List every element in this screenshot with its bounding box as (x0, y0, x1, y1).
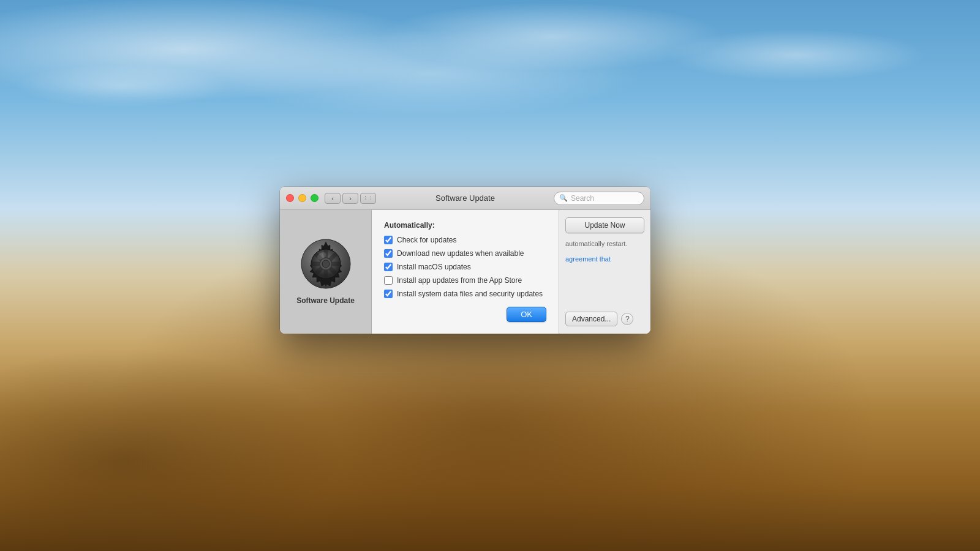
update-now-button[interactable]: Update Now (565, 217, 644, 233)
titlebar: ‹ › ⋮⋮ Software Update 🔍 Search (280, 187, 650, 210)
back-button[interactable]: ‹ (325, 193, 341, 204)
checkbox-row-install-macos: Install macOS updates (384, 263, 546, 271)
restart-text: automatically restart. (565, 239, 644, 249)
search-icon: 🔍 (559, 194, 568, 202)
ok-btn-row: OK (384, 307, 546, 322)
checkbox-row-install-appstore: Install app updates from the App Store (384, 276, 546, 285)
right-panel: Update Now automatically restart. agreem… (559, 210, 650, 334)
ok-button[interactable]: OK (507, 307, 546, 322)
checkbox-list: Check for updates Download new updates w… (384, 236, 546, 298)
sidebar: Software Update (280, 210, 372, 334)
agreement-text: agreement that (565, 255, 644, 264)
install-macos-checkbox[interactable] (384, 263, 393, 271)
search-box[interactable]: 🔍 Search (554, 192, 644, 205)
svg-point-7 (322, 260, 330, 268)
download-updates-label: Download new updates when available (397, 249, 524, 258)
app-icon (301, 239, 351, 289)
checkbox-row-download-updates: Download new updates when available (384, 249, 546, 258)
close-button[interactable] (286, 194, 294, 202)
check-updates-checkbox[interactable] (384, 236, 393, 244)
grid-icon: ⋮⋮ (363, 195, 374, 201)
checkbox-row-install-system: Install system data files and security u… (384, 290, 546, 298)
restart-text-content: automatically restart. (565, 240, 627, 247)
install-system-label: Install system data files and security u… (397, 290, 543, 298)
advanced-button[interactable]: Advanced... (565, 312, 617, 326)
agreement-link[interactable]: agreement that (565, 255, 611, 263)
nav-buttons: ‹ › (325, 193, 358, 204)
install-macos-label: Install macOS updates (397, 263, 471, 271)
zoom-button[interactable] (311, 194, 318, 202)
gear-icon (301, 239, 351, 289)
window-content: Software Update Automatically: Check for… (280, 210, 650, 334)
bottom-row: Advanced... ? (565, 312, 644, 326)
traffic-lights (286, 194, 318, 202)
download-updates-checkbox[interactable] (384, 249, 393, 258)
help-button[interactable]: ? (621, 313, 633, 325)
main-panel: Automatically: Check for updates Downloa… (372, 210, 559, 334)
grid-view-button[interactable]: ⋮⋮ (360, 193, 376, 204)
install-appstore-checkbox[interactable] (384, 276, 393, 285)
system-preferences-window: ‹ › ⋮⋮ Software Update 🔍 Search (280, 187, 650, 334)
checkbox-row-check-updates: Check for updates (384, 236, 546, 244)
automatically-label: Automatically: (384, 221, 546, 230)
search-placeholder: Search (571, 194, 594, 203)
minimize-button[interactable] (298, 194, 306, 202)
install-system-checkbox[interactable] (384, 290, 393, 298)
app-label: Software Update (296, 296, 355, 305)
install-appstore-label: Install app updates from the App Store (397, 276, 522, 285)
window-title: Software Update (435, 193, 495, 203)
check-updates-label: Check for updates (397, 236, 456, 244)
forward-button[interactable]: › (342, 193, 358, 204)
